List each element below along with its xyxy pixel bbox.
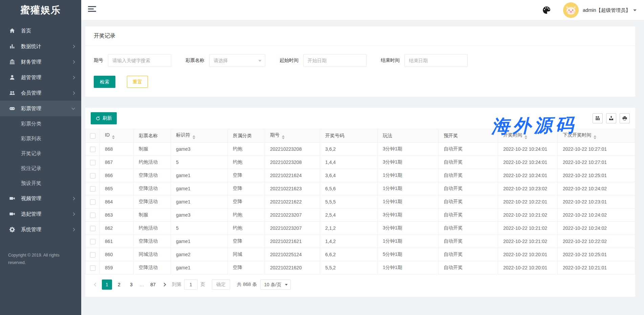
- row-checkbox-cell: [86, 261, 100, 274]
- select-all-checkbox[interactable]: [90, 133, 95, 139]
- sort-icon[interactable]: [282, 135, 285, 139]
- col-header-draw-time[interactable]: 开奖时间: [498, 129, 558, 143]
- page-number-1[interactable]: 1: [102, 280, 112, 290]
- sidebar-item-system[interactable]: 系统管理: [0, 222, 81, 237]
- users-icon: [9, 90, 16, 96]
- col-header-label: 下次开奖时间: [563, 132, 591, 138]
- table-cell: 2022-10-22 10:24:02: [558, 182, 635, 195]
- table-cell: 2022-10-22 10:22:02: [558, 235, 635, 248]
- sidebar-subitem-lottery-category[interactable]: 彩票分类: [0, 116, 81, 131]
- col-header-id[interactable]: ID: [100, 129, 134, 143]
- table-cell: 3分钟1期: [378, 143, 439, 156]
- video-icon: [9, 195, 16, 202]
- sidebar-item-home[interactable]: 首页: [0, 23, 81, 39]
- sidebar-item-members[interactable]: 会员管理: [0, 85, 81, 101]
- row-checkbox-cell: [86, 195, 100, 209]
- sidebar-subitem-draw-records[interactable]: 开奖记录: [0, 146, 81, 161]
- sidebar-subitem-lottery-list[interactable]: 彩票列表: [0, 131, 81, 146]
- start-date-input[interactable]: [303, 54, 367, 67]
- table-cell: 自动开奖: [439, 261, 498, 274]
- table-cell: 空降活动: [134, 261, 171, 274]
- row-checkbox[interactable]: [90, 252, 95, 258]
- print-icon[interactable]: [620, 113, 630, 123]
- col-header-issue[interactable]: 期号: [265, 129, 320, 143]
- end-date-input[interactable]: [404, 54, 468, 67]
- table-cell: 2,5,4: [320, 209, 378, 222]
- sidebar-item-label: 会员管理: [21, 90, 72, 96]
- col-header-category[interactable]: 所属分类: [228, 129, 265, 143]
- sidebar-item-video[interactable]: 视频管理: [0, 191, 81, 206]
- page-title: 开奖记录: [85, 26, 635, 46]
- table-cell: game1: [171, 235, 228, 248]
- page-number-2[interactable]: 2: [114, 280, 124, 290]
- table-row: 864空降活动game1空降2022102216225,5,51分钟1期自动开奖…: [86, 195, 635, 209]
- col-header-play-type[interactable]: 玩法: [378, 129, 439, 143]
- jump-confirm-button[interactable]: 确定: [212, 280, 230, 290]
- row-checkbox[interactable]: [90, 213, 95, 218]
- lottery-name-select[interactable]: 请选择: [209, 54, 265, 67]
- next-page-button[interactable]: [159, 280, 169, 290]
- theme-palette-icon[interactable]: [542, 6, 551, 15]
- prev-page-button[interactable]: [91, 280, 101, 290]
- page-number-3[interactable]: 3: [126, 280, 136, 290]
- table-cell: 约炮: [228, 222, 265, 235]
- menu-toggle-icon[interactable]: [88, 6, 97, 14]
- reset-button[interactable]: 重置: [127, 76, 148, 88]
- row-checkbox[interactable]: [90, 226, 95, 231]
- sort-icon[interactable]: [594, 135, 596, 139]
- refresh-button[interactable]: 刷新: [91, 112, 117, 124]
- chevron-left-icon: [94, 283, 97, 286]
- sort-icon[interactable]: [112, 135, 115, 139]
- table-cell: 2022-10-22 10:22:01: [498, 195, 558, 209]
- table-cell: 2022-10-22 10:24:02: [558, 222, 635, 235]
- lottery-submenu: 彩票分类 彩票列表 开奖记录 投注记录 预设开奖: [0, 116, 81, 191]
- issue-search-input[interactable]: [108, 54, 171, 67]
- table-cell: 1分钟1期: [378, 195, 439, 209]
- page-size-select[interactable]: 10 条/页: [260, 280, 290, 290]
- sort-icon[interactable]: [525, 135, 527, 139]
- sidebar-item-concubine[interactable]: 选妃管理: [0, 206, 81, 222]
- table-cell: 同城: [228, 248, 265, 261]
- col-header-lottery-name[interactable]: 彩票名称: [134, 129, 171, 143]
- table-cell: 863: [100, 209, 134, 222]
- sidebar-item-statistics[interactable]: 数据统计: [0, 39, 81, 54]
- copyright-text: Copyright © 2019. All rights reserved.: [8, 251, 66, 266]
- table-cell: 空降: [228, 169, 265, 182]
- row-checkbox[interactable]: [90, 147, 95, 152]
- row-checkbox[interactable]: [90, 160, 95, 165]
- sidebar-item-finance[interactable]: 财务管理: [0, 54, 81, 70]
- export-icon[interactable]: [606, 113, 616, 123]
- sidebar-subitem-preset-draw[interactable]: 预设开奖: [0, 176, 81, 191]
- sidebar-item-superadmin[interactable]: 超管管理: [0, 70, 81, 85]
- sidebar-item-lottery[interactable]: 彩票管理: [0, 101, 81, 116]
- table-cell: 自动开奖: [439, 209, 498, 222]
- user-avatar[interactable]: [563, 2, 579, 18]
- chevron-down-icon: [285, 284, 288, 286]
- row-checkbox[interactable]: [90, 239, 95, 244]
- table-cell: 202210221623: [265, 182, 320, 195]
- col-header-draw-number[interactable]: 开奖号码: [320, 129, 378, 143]
- col-header-pre-draw[interactable]: 预开奖: [439, 129, 498, 143]
- gamepad-icon: [9, 105, 16, 112]
- jump-page-input[interactable]: [184, 280, 198, 290]
- page-number-87[interactable]: 87: [148, 280, 158, 290]
- row-checkbox[interactable]: [90, 173, 95, 178]
- row-checkbox[interactable]: [90, 186, 95, 192]
- chevron-right-icon: [72, 212, 75, 216]
- search-button[interactable]: 检索: [94, 76, 115, 88]
- table-cell: 865: [100, 182, 134, 195]
- user-menu[interactable]: admin【超级管理员】: [583, 7, 637, 14]
- row-checkbox[interactable]: [90, 199, 95, 205]
- table-cell: 202210221624: [265, 169, 320, 182]
- brand-logo: 蜜獾娱乐: [0, 0, 81, 20]
- columns-icon[interactable]: [593, 113, 603, 123]
- col-header-next-draw-time[interactable]: 下次开奖时间: [558, 129, 635, 143]
- table-cell: 2022-10-22 10:21:02: [498, 222, 558, 235]
- table-cell: game3: [171, 143, 228, 156]
- user-caret-icon: [633, 9, 637, 11]
- table-cell: 自动开奖: [439, 195, 498, 209]
- row-checkbox[interactable]: [90, 265, 95, 271]
- sort-icon[interactable]: [193, 135, 195, 139]
- sidebar-subitem-bet-records[interactable]: 投注记录: [0, 161, 81, 176]
- col-header-identifier[interactable]: 标识符: [171, 129, 228, 143]
